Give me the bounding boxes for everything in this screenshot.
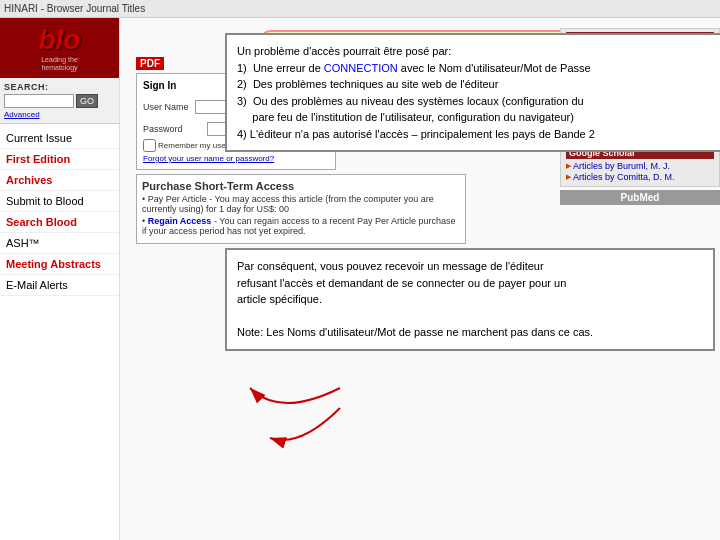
remember-text: Remember my user name & password: [158, 141, 295, 150]
remember-checkbox[interactable]: [143, 139, 156, 152]
forgot-link[interactable]: Forgot your user name or password?: [143, 154, 274, 163]
google-scholar-title: Google Scholar: [566, 147, 714, 159]
permissions-link[interactable]: Get Permissions: [566, 78, 714, 88]
password-label: Password: [143, 124, 203, 134]
content-area: This item requires a subscription to Blo…: [120, 18, 720, 540]
search-input[interactable]: [4, 94, 74, 108]
username-row: User Name Sign In: [143, 95, 329, 119]
signin-box: Sign In User Name Sign In Password Remem…: [136, 73, 336, 170]
sidebar-item-meeting-abstracts[interactable]: Meeting Abstracts: [0, 254, 119, 275]
search-row: GO: [4, 94, 115, 108]
main-layout: blo Leading thehematology SEARCH: GO Adv…: [0, 18, 720, 540]
top-bar-title: HINARI - Browser Journal Titles: [4, 3, 145, 14]
crossref-link[interactable]: Citing Articles via CrossRef: [566, 125, 714, 135]
pubmed-badge: PubMed: [560, 190, 720, 205]
sidebar-item-ash[interactable]: ASH™: [0, 233, 119, 254]
right-sidebar: this Article Alert me to new Issues of t…: [560, 28, 720, 205]
citation-link[interactable]: Download to citation manager: [566, 67, 714, 77]
sidebar: blo Leading thehematology SEARCH: GO Adv…: [0, 18, 120, 540]
right-section-citing-articles: Citing Articles Citing Articles via Cros…: [560, 107, 720, 140]
advanced-link[interactable]: Advanced: [4, 110, 115, 119]
right-section-this-article: this Article Alert me to new Issues of t…: [560, 28, 720, 104]
subscription-bar: This item requires a subscription to Blo…: [260, 30, 580, 51]
logo-tagline: Leading thehematology: [39, 56, 81, 73]
purchase-title: Purchase Short-Term Access: [142, 180, 460, 192]
nav-menu: Current Issue First Edition Archives Sub…: [0, 128, 119, 296]
alert-link[interactable]: Alert me to new Issues of the Journal: [566, 46, 714, 66]
remember-row: Remember my user name & password: [143, 139, 329, 152]
signin-title: Sign In: [143, 80, 329, 91]
logo-text: blo: [39, 24, 81, 56]
pdf-label: PDF: [136, 57, 164, 70]
username-input[interactable]: [195, 100, 285, 114]
top-bar: HINARI - Browser Journal Titles: [0, 0, 720, 18]
sidebar-item-search-blood[interactable]: Search Blood: [0, 212, 119, 233]
username-label: User Name: [143, 102, 191, 112]
sidebar-item-email-alerts[interactable]: E-Mail Alerts: [0, 275, 119, 296]
sidebar-item-submit-to-blood[interactable]: Submit to Blood: [0, 191, 119, 212]
sidebar-item-archives[interactable]: Archives: [0, 170, 119, 191]
sidebar-item-current-issue[interactable]: Current Issue: [0, 128, 119, 149]
signin-button[interactable]: Sign In: [293, 95, 329, 119]
purchase-item-1: Pay Per Article - You may access this ar…: [142, 194, 460, 214]
author1-link[interactable]: Articles by Buruml, M. J.: [566, 161, 714, 171]
bg-content: This item requires a subscription to Blo…: [120, 18, 720, 540]
password-row: Password: [143, 122, 329, 136]
sidebar-logo: blo Leading thehematology: [0, 18, 119, 78]
search-section: SEARCH: GO Advanced: [0, 78, 119, 124]
citing-articles-title: Citing Articles: [566, 111, 714, 123]
rights-link[interactable]: Rights and Permissions: [566, 89, 714, 99]
password-input[interactable]: [207, 122, 297, 136]
author2-link[interactable]: Articles by Comitta, D. M.: [566, 172, 714, 182]
search-label: SEARCH:: [4, 82, 115, 92]
purchase-section: Purchase Short-Term Access Pay Per Artic…: [136, 174, 466, 244]
sidebar-item-first-edition[interactable]: First Edition: [0, 149, 119, 170]
purchase-item-2: Regain Access - You can regain access to…: [142, 216, 460, 236]
regain-access-link[interactable]: Regain Access: [148, 216, 212, 226]
go-button[interactable]: GO: [76, 94, 98, 108]
right-section-google-scholar: Google Scholar Articles by Buruml, M. J.…: [560, 143, 720, 187]
this-article-title: this Article: [566, 32, 714, 44]
